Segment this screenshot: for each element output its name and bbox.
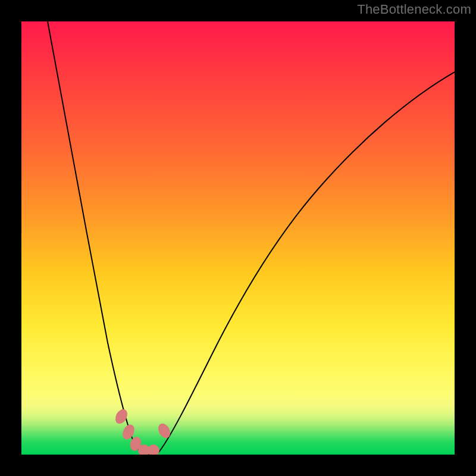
- bottleneck-curve: [48, 21, 455, 454]
- plot-area: [21, 21, 455, 455]
- optimum-markers: [113, 407, 173, 455]
- watermark-text: TheBottleneck.com: [357, 2, 471, 17]
- curve-layer: [21, 21, 455, 455]
- svg-point-5: [156, 421, 173, 440]
- svg-point-4: [148, 444, 159, 455]
- chart-frame: TheBottleneck.com: [0, 0, 476, 476]
